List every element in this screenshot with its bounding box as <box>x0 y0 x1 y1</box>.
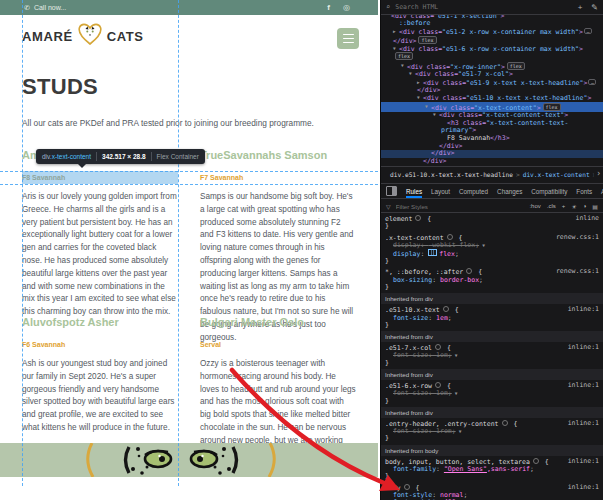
tab-layout[interactable]: Layout <box>431 184 450 198</box>
tab-computed[interactable]: Computed <box>459 184 488 198</box>
property-value: border-box <box>440 276 479 284</box>
infobar-dimensions: 342.517 × 28.8 <box>102 153 146 160</box>
stud-subtitle: Serval <box>200 338 356 351</box>
stud-card: AmF8 SavannahAris is our lovely young go… <box>22 148 178 315</box>
markup-token: <div class= <box>399 45 442 53</box>
selector-highlighter-icon[interactable] <box>404 484 410 490</box>
css-property[interactable]: font-size: 1em;▼ <box>381 352 603 359</box>
rule-selector-row[interactable]: inlineelement { <box>381 214 603 223</box>
property-name: font-size <box>393 314 428 322</box>
devtools-panel: ⌕ + ✎ <div class="e51-1 x-section">::bef… <box>380 0 603 500</box>
markup-row[interactable]: <h3 class="x-text-content-text-primary"> <box>381 119 603 134</box>
hover-pseudo-toggle[interactable]: :hov <box>529 203 540 209</box>
overridden-filter-icon[interactable]: ▼ <box>455 391 458 396</box>
css-rule: inline:1.entry-header, .entry-content {f… <box>381 419 603 444</box>
pane-toggle-icon[interactable] <box>386 186 397 196</box>
property-value: ,sans-serif <box>487 465 530 473</box>
plus-icon[interactable]: + <box>578 3 583 12</box>
tab-compatibility[interactable]: Compatibility <box>531 184 567 198</box>
markup-row[interactable]: ▶<div class="e51-2 x-row x-container max… <box>381 28 603 45</box>
rule-source-link[interactable]: inline <box>576 215 599 222</box>
markup-row[interactable]: ▼<div class="e51-10 x-text x-text-headli… <box>381 94 603 102</box>
call-now-link[interactable]: ✆ Call now... <box>24 4 66 12</box>
markup-row[interactable]: ::before <box>381 20 603 28</box>
property-name: font-size <box>393 351 428 359</box>
selector-highlighter-icon[interactable] <box>435 344 441 350</box>
site-topbar: ✆ Call now... f ◎ <box>0 0 378 15</box>
flex-badge[interactable]: flex <box>507 62 525 70</box>
facebook-icon[interactable]: f <box>327 3 330 12</box>
property-semicolon: ; <box>530 465 534 473</box>
breadcrumb-scroll-right-icon[interactable]: › <box>594 168 603 179</box>
flex-badge[interactable]: flex <box>395 52 413 60</box>
selector-highlighter-icon[interactable] <box>415 215 421 221</box>
breadcrumb-item[interactable]: div.x-text-content <box>523 171 590 178</box>
dark-scheme-icon[interactable]: ◑ <box>583 203 587 209</box>
selector-highlighter-icon[interactable] <box>466 268 472 274</box>
markup-row[interactable]: ▼<div class="e51-6 x-row x-container max… <box>381 45 603 61</box>
overridden-filter-icon[interactable]: ▼ <box>482 243 485 248</box>
rule-source-link[interactable]: inline:1 <box>568 458 599 465</box>
search-html-input[interactable] <box>393 2 568 12</box>
markup-token: > <box>501 15 505 20</box>
tab-fonts[interactable]: Fonts <box>576 184 592 198</box>
selector-highlighter-icon[interactable] <box>435 382 441 388</box>
css-property[interactable]: display: -webkit-flex;▼ <box>381 242 603 249</box>
overridden-filter-icon[interactable]: ▼ <box>459 429 462 434</box>
flex-badge[interactable]: flex <box>418 36 436 44</box>
print-sim-icon[interactable]: ▤ <box>592 203 598 210</box>
infobar-flex-badge: Flex Container <box>157 153 199 160</box>
open-brace: { <box>510 420 518 428</box>
light-scheme-icon[interactable]: ☀ <box>571 203 576 210</box>
markup-token: <div class= <box>399 28 442 36</box>
css-property[interactable]: font-size: 1rem;▼ <box>381 428 603 435</box>
css-property[interactable]: font-family: "Open Sans",sans-serif; <box>381 466 603 473</box>
rule-source-link[interactable]: inline:1 <box>568 306 599 313</box>
rule-source-link[interactable]: inline:1 <box>568 484 599 491</box>
css-property[interactable]: display: flex; <box>381 249 603 258</box>
markup-row[interactable]: ▶<div class="e51-9 x-text x-text-headlin… <box>381 79 603 95</box>
hamburger-menu-button[interactable] <box>337 28 359 49</box>
call-now-label: Call now... <box>34 4 66 11</box>
rule-source-link[interactable]: inline:1 <box>568 382 599 389</box>
pen-icon[interactable]: ✎ <box>591 3 598 12</box>
site-logo[interactable]: AMARÉ CATS <box>22 22 144 50</box>
tab-rules[interactable]: Rules <box>406 184 422 198</box>
tab-changes[interactable]: Changes <box>497 184 522 198</box>
flex-badge[interactable]: flex <box>543 103 561 111</box>
breadcrumb-item[interactable]: div.e51-10.x-text.x-text-headline <box>390 171 513 178</box>
phone-icon: ✆ <box>24 4 30 12</box>
rule-source-link[interactable]: inline:1 <box>568 344 599 351</box>
overridden-filter-icon[interactable]: ▼ <box>455 353 458 358</box>
selector-highlighter-icon[interactable] <box>443 306 449 312</box>
property-value: flex <box>439 250 455 258</box>
markup-token: "e51-10 x-text x-text-headline" <box>466 94 587 102</box>
markup-row[interactable]: ▼<div class="e51-7 x-col"> <box>381 71 603 79</box>
open-brace: { <box>423 215 431 223</box>
css-property[interactable]: font-size: 1em;▼ <box>381 390 603 397</box>
collapsed-ellipsis[interactable]: … <box>588 79 596 85</box>
markup-row[interactable]: </div> <box>381 158 603 166</box>
rule-source-link[interactable]: renew.css:1 <box>556 234 599 241</box>
markup-row[interactable]: </div> <box>381 150 603 158</box>
rule-source-link[interactable]: renew.css:1 <box>556 268 599 275</box>
markup-row[interactable]: </div> <box>381 142 603 150</box>
rule-source-link[interactable]: inline:1 <box>568 420 599 427</box>
add-rule-button[interactable]: + <box>562 203 566 209</box>
css-property[interactable]: font-size: 1em; <box>381 315 603 322</box>
selector-highlighter-icon[interactable] <box>447 234 453 240</box>
markup-token: > <box>579 28 583 36</box>
infobar-tag: div <box>42 153 50 160</box>
flex-toggle-icon[interactable] <box>428 249 437 256</box>
selector-highlighter-icon[interactable] <box>502 420 508 426</box>
markup-token: "e51-1 x-section" <box>434 15 501 20</box>
markup-row[interactable]: F8 Savannah</h3> <box>381 134 603 142</box>
stud-description: Ash is our youngest stud boy and joined … <box>22 358 178 435</box>
filter-styles-input[interactable] <box>394 202 527 211</box>
class-toggle[interactable]: .cls <box>547 203 556 209</box>
instagram-icon[interactable]: ◎ <box>343 3 350 12</box>
selector-highlighter-icon[interactable] <box>533 458 539 464</box>
css-rules-panel: inlineelement {}renew.css:1.x-text-conte… <box>381 214 603 500</box>
css-property[interactable]: box-sizing: border-box; <box>381 277 603 284</box>
collapsed-ellipsis[interactable]: … <box>584 28 592 34</box>
